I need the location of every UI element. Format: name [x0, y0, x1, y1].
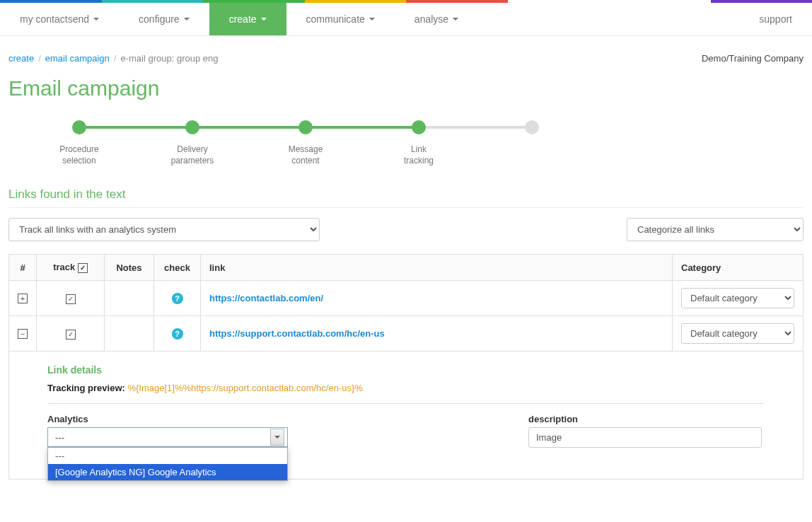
- step-0: Procedureselection: [23, 120, 136, 166]
- col-check: check: [154, 255, 201, 281]
- col-notes: Notes: [105, 255, 154, 281]
- section-title: Links found in the text: [8, 187, 804, 202]
- chevron-down-icon: [270, 429, 284, 446]
- track-all-select[interactable]: Track all links with an analytics system: [8, 218, 320, 241]
- chevron-down-icon: [369, 18, 375, 21]
- nav-item-analyse[interactable]: analyse: [395, 3, 478, 35]
- link-url[interactable]: https://support.contactlab.com/hc/en-us: [209, 328, 385, 339]
- analytics-select[interactable]: ---: [47, 427, 288, 447]
- nav-item-my-contactsend[interactable]: my contactsend: [0, 3, 119, 35]
- help-icon[interactable]: ?: [172, 293, 183, 304]
- links-table: # track ✓ Notes check link Category +✓?h…: [8, 254, 804, 480]
- track-checkbox[interactable]: ✓: [66, 330, 76, 340]
- analytics-dropdown: ---[Google Analytics NG] Google Analytic…: [47, 447, 288, 481]
- check-all-icon[interactable]: ✓: [78, 263, 88, 273]
- help-icon[interactable]: ?: [172, 328, 183, 340]
- chevron-down-icon: [453, 18, 458, 21]
- chevron-down-icon: [93, 18, 99, 21]
- breadcrumb-link[interactable]: email campaign: [45, 53, 110, 64]
- nav-support[interactable]: support: [739, 3, 812, 35]
- table-row: +✓?https://contactlab.com/en/Default cat…: [9, 281, 804, 316]
- analytics-option[interactable]: ---: [48, 448, 287, 464]
- notes-cell: [105, 316, 154, 352]
- analytics-option[interactable]: [Google Analytics NG] Google Analytics: [48, 464, 287, 480]
- nav-item-create[interactable]: create: [209, 3, 286, 35]
- page-title: Email campaign: [8, 76, 804, 100]
- preview-label: Tracking preview:: [47, 383, 127, 393]
- breadcrumb-current: e-mail group: group eng: [120, 53, 218, 64]
- nav-item-configure[interactable]: configure: [119, 3, 209, 35]
- breadcrumb: create/email campaign/e-mail group: grou…: [8, 53, 218, 64]
- main-nav: my contactsendconfigurecreatecommunicate…: [0, 3, 812, 36]
- preview-value: %{Image[1]%%https://support.contactlab.c…: [127, 383, 362, 393]
- chevron-down-icon: [184, 18, 190, 21]
- link-url[interactable]: https://contactlab.com/en/: [209, 293, 323, 303]
- nav-item-communicate[interactable]: communicate: [286, 3, 395, 35]
- col-num: #: [9, 255, 37, 281]
- description-label: description: [528, 414, 762, 424]
- step-4: [475, 120, 588, 144]
- progress-stepper: ProcedureselectionDeliveryparametersMess…: [8, 120, 804, 166]
- description-input[interactable]: [528, 427, 762, 448]
- company-label: Demo/Training Company: [702, 53, 804, 64]
- analytics-label: Analytics: [47, 414, 288, 424]
- category-select[interactable]: Default category: [681, 288, 794, 308]
- notes-cell: [105, 281, 154, 316]
- track-checkbox[interactable]: ✓: [66, 294, 76, 304]
- expand-icon[interactable]: +: [18, 294, 28, 303]
- details-title: Link details: [47, 364, 765, 376]
- table-row: −✓?https://support.contactlab.com/hc/en-…: [9, 316, 804, 352]
- chevron-down-icon: [261, 18, 267, 21]
- col-link: link: [201, 255, 673, 281]
- breadcrumb-link[interactable]: create: [8, 53, 34, 64]
- category-select[interactable]: Default category: [681, 323, 794, 344]
- collapse-icon[interactable]: −: [18, 329, 28, 339]
- link-details-panel: Link detailsTracking preview: %{Image[1]…: [9, 352, 804, 480]
- col-track: track ✓: [37, 255, 105, 281]
- col-category: Category: [673, 255, 804, 281]
- categorize-all-select[interactable]: Categorize all links: [627, 218, 804, 241]
